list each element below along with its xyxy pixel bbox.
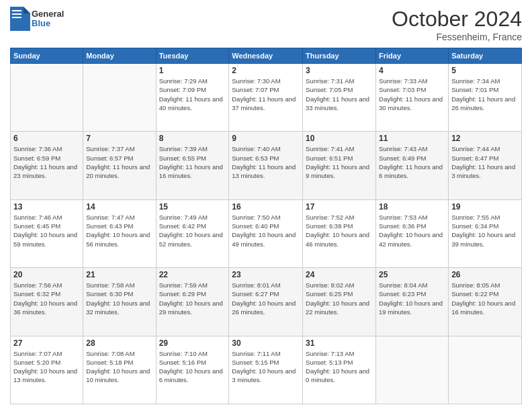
calendar-cell: 6Sunrise: 7:36 AMSunset: 6:59 PMDaylight… — [11, 132, 83, 199]
day-number: 11 — [379, 134, 445, 143]
day-number: 9 — [232, 134, 300, 143]
calendar-cell: 1Sunrise: 7:29 AMSunset: 7:09 PMDaylight… — [156, 64, 229, 132]
calendar-cell: 10Sunrise: 7:41 AMSunset: 6:51 PMDayligh… — [303, 132, 376, 199]
day-info: Sunrise: 7:52 AMSunset: 6:38 PMDaylight:… — [306, 213, 373, 248]
day-info: Sunrise: 7:56 AMSunset: 6:32 PMDaylight:… — [13, 281, 80, 316]
day-header-friday: Friday — [376, 48, 449, 64]
day-number: 13 — [13, 202, 80, 212]
day-info: Sunrise: 7:33 AMSunset: 7:03 PMDaylight:… — [379, 77, 445, 112]
day-info: Sunrise: 7:47 AMSunset: 6:43 PMDaylight:… — [86, 213, 152, 248]
day-number: 14 — [86, 202, 152, 212]
day-info: Sunrise: 8:01 AMSunset: 6:27 PMDaylight:… — [232, 281, 300, 316]
day-info: Sunrise: 7:13 AMSunset: 5:13 PMDaylight:… — [306, 349, 373, 385]
day-info: Sunrise: 7:10 AMSunset: 5:16 PMDaylight:… — [159, 349, 226, 385]
day-info: Sunrise: 7:30 AMSunset: 7:07 PMDaylight:… — [232, 77, 300, 112]
calendar-page: General Blue October 2024 Fessenheim, Fr… — [0, 0, 532, 411]
day-info: Sunrise: 7:44 AMSunset: 6:47 PMDaylight:… — [451, 144, 519, 180]
calendar-cell: 14Sunrise: 7:47 AMSunset: 6:43 PMDayligh… — [83, 199, 156, 267]
day-number: 21 — [86, 270, 152, 279]
logo-blue: Blue — [32, 19, 64, 28]
logo-text: General Blue — [32, 9, 64, 29]
calendar-cell: 23Sunrise: 8:01 AMSunset: 6:27 PMDayligh… — [229, 268, 303, 336]
day-number: 31 — [306, 338, 373, 348]
day-info: Sunrise: 7:40 AMSunset: 6:53 PMDaylight:… — [232, 144, 300, 180]
calendar-cell — [11, 64, 83, 132]
day-number: 30 — [232, 338, 300, 348]
day-info: Sunrise: 7:59 AMSunset: 6:29 PMDaylight:… — [159, 281, 226, 316]
day-header-monday: Monday — [83, 48, 156, 64]
day-number: 28 — [86, 338, 152, 348]
header: General Blue October 2024 Fessenheim, Fr… — [10, 7, 522, 42]
calendar-cell: 16Sunrise: 7:50 AMSunset: 6:40 PMDayligh… — [229, 199, 303, 267]
calendar-cell: 20Sunrise: 7:56 AMSunset: 6:32 PMDayligh… — [11, 268, 83, 336]
header-row: SundayMondayTuesdayWednesdayThursdayFrid… — [11, 48, 522, 64]
calendar-cell: 31Sunrise: 7:13 AMSunset: 5:13 PMDayligh… — [303, 336, 376, 404]
calendar-table: SundayMondayTuesdayWednesdayThursdayFrid… — [10, 48, 522, 404]
day-number: 7 — [86, 134, 152, 143]
calendar-cell: 7Sunrise: 7:37 AMSunset: 6:57 PMDaylight… — [83, 132, 156, 199]
day-header-wednesday: Wednesday — [229, 48, 303, 64]
svg-marker-1 — [24, 7, 30, 13]
calendar-cell: 3Sunrise: 7:31 AMSunset: 7:05 PMDaylight… — [303, 64, 376, 132]
day-number: 17 — [306, 202, 373, 212]
day-number: 2 — [232, 66, 300, 75]
day-number: 18 — [379, 202, 445, 212]
day-number: 6 — [13, 134, 80, 143]
calendar-cell: 4Sunrise: 7:33 AMSunset: 7:03 PMDaylight… — [376, 64, 449, 132]
day-header-tuesday: Tuesday — [156, 48, 229, 64]
day-info: Sunrise: 7:43 AMSunset: 6:49 PMDaylight:… — [379, 144, 445, 180]
day-info: Sunrise: 7:36 AMSunset: 6:59 PMDaylight:… — [13, 144, 80, 180]
calendar-cell: 27Sunrise: 7:07 AMSunset: 5:20 PMDayligh… — [11, 336, 83, 404]
day-header-thursday: Thursday — [303, 48, 376, 64]
title-block: October 2024 Fessenheim, France — [392, 7, 522, 42]
calendar-cell — [449, 336, 522, 404]
day-info: Sunrise: 7:55 AMSunset: 6:34 PMDaylight:… — [451, 213, 519, 248]
day-number: 10 — [306, 134, 373, 143]
calendar-week-row: 6Sunrise: 7:36 AMSunset: 6:59 PMDaylight… — [11, 132, 522, 199]
day-number: 29 — [159, 338, 226, 348]
calendar-week-row: 1Sunrise: 7:29 AMSunset: 7:09 PMDaylight… — [11, 64, 522, 132]
calendar-cell: 13Sunrise: 7:46 AMSunset: 6:45 PMDayligh… — [11, 199, 83, 267]
svg-rect-4 — [12, 17, 21, 18]
day-number: 16 — [232, 202, 300, 212]
calendar-cell: 26Sunrise: 8:05 AMSunset: 6:22 PMDayligh… — [449, 268, 522, 336]
logo: General Blue — [10, 7, 64, 31]
day-header-saturday: Saturday — [449, 48, 522, 64]
day-info: Sunrise: 7:58 AMSunset: 6:30 PMDaylight:… — [86, 281, 152, 316]
calendar-cell: 29Sunrise: 7:10 AMSunset: 5:16 PMDayligh… — [156, 336, 229, 404]
day-info: Sunrise: 7:49 AMSunset: 6:42 PMDaylight:… — [159, 213, 226, 248]
day-number: 26 — [451, 270, 519, 279]
calendar-cell: 17Sunrise: 7:52 AMSunset: 6:38 PMDayligh… — [303, 199, 376, 267]
day-number: 24 — [306, 270, 373, 279]
day-number: 20 — [13, 270, 80, 279]
logo-general: General — [32, 9, 64, 19]
day-number: 22 — [159, 270, 226, 279]
day-number: 1 — [159, 66, 226, 75]
day-info: Sunrise: 7:31 AMSunset: 7:05 PMDaylight:… — [306, 77, 373, 112]
svg-rect-3 — [12, 13, 21, 15]
logo-icon — [10, 7, 30, 31]
svg-rect-2 — [12, 10, 21, 11]
calendar-cell: 21Sunrise: 7:58 AMSunset: 6:30 PMDayligh… — [83, 268, 156, 336]
calendar-cell: 11Sunrise: 7:43 AMSunset: 6:49 PMDayligh… — [376, 132, 449, 199]
day-info: Sunrise: 8:02 AMSunset: 6:25 PMDaylight:… — [306, 281, 373, 316]
day-number: 3 — [306, 66, 373, 75]
calendar-week-row: 27Sunrise: 7:07 AMSunset: 5:20 PMDayligh… — [11, 336, 522, 404]
calendar-cell — [376, 336, 449, 404]
calendar-week-row: 13Sunrise: 7:46 AMSunset: 6:45 PMDayligh… — [11, 199, 522, 267]
calendar-cell: 15Sunrise: 7:49 AMSunset: 6:42 PMDayligh… — [156, 199, 229, 267]
calendar-cell: 22Sunrise: 7:59 AMSunset: 6:29 PMDayligh… — [156, 268, 229, 336]
month-title: October 2024 — [392, 7, 522, 32]
day-info: Sunrise: 7:37 AMSunset: 6:57 PMDaylight:… — [86, 144, 152, 180]
day-number: 23 — [232, 270, 300, 279]
calendar-cell: 2Sunrise: 7:30 AMSunset: 7:07 PMDaylight… — [229, 64, 303, 132]
day-info: Sunrise: 7:46 AMSunset: 6:45 PMDaylight:… — [13, 213, 80, 248]
day-number: 5 — [451, 66, 519, 75]
day-info: Sunrise: 7:11 AMSunset: 5:15 PMDaylight:… — [232, 349, 300, 385]
day-number: 15 — [159, 202, 226, 212]
day-info: Sunrise: 7:41 AMSunset: 6:51 PMDaylight:… — [306, 144, 373, 180]
day-number: 4 — [379, 66, 445, 75]
day-info: Sunrise: 8:04 AMSunset: 6:23 PMDaylight:… — [379, 281, 445, 316]
calendar-cell: 5Sunrise: 7:34 AMSunset: 7:01 PMDaylight… — [449, 64, 522, 132]
calendar-cell — [83, 64, 156, 132]
